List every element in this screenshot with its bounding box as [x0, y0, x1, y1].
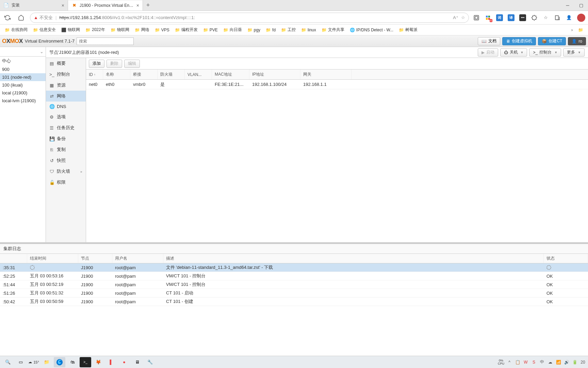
- grid-row[interactable]: net0 eth0 vmbr0 是 FE:3E:1E:21... 192.168…: [86, 80, 588, 89]
- bookmark-item[interactable]: 📁VPS: [153, 27, 172, 33]
- tree-storage-locallvm[interactable]: local-lvm (J1900): [0, 97, 46, 105]
- log-row[interactable]: :52:25五月 03 00:53:16J1900root@pamVM/CT 1…: [0, 272, 588, 280]
- console-button[interactable]: >_控制台▼: [529, 48, 561, 57]
- log-row[interactable]: :51:26五月 03 00:51:32J1900root@pamCT 101 …: [0, 289, 588, 297]
- col-mac[interactable]: MAC地址: [212, 70, 249, 79]
- remove-button[interactable]: 删除: [107, 60, 122, 68]
- weather-widget[interactable]: ☁15°: [28, 357, 39, 367]
- more-button[interactable]: 更多▼: [563, 48, 585, 57]
- bookmark-item[interactable]: 📁向日葵: [221, 26, 244, 34]
- menu-tasks[interactable]: ☰任务历史: [46, 122, 86, 133]
- tree-ct-101[interactable]: 101 (node-red): [0, 73, 46, 81]
- log-row[interactable]: :51:44五月 03 00:52:19J1900root@pamVM/CT 1…: [0, 280, 588, 289]
- bookmark-item[interactable]: 📁PVE: [201, 27, 220, 33]
- tray-icon[interactable]: 📋: [514, 359, 521, 365]
- col-gateway[interactable]: 网关: [300, 70, 352, 79]
- wifi-icon[interactable]: 📶: [555, 359, 561, 365]
- start-button[interactable]: ▶启动: [478, 48, 498, 57]
- extensions-icon[interactable]: [531, 14, 538, 21]
- favorite-icon[interactable]: ☆: [461, 15, 465, 20]
- record-icon[interactable]: ●: [118, 357, 130, 367]
- menu-firewall[interactable]: 🛡防火墙▸: [46, 166, 86, 177]
- col-vlan[interactable]: VLAN...: [185, 70, 212, 79]
- app-icon[interactable]: 🔧: [144, 357, 156, 367]
- bookmark-item[interactable]: 📁pgy: [245, 27, 262, 33]
- edge-icon[interactable]: [54, 357, 65, 367]
- task-view-icon[interactable]: ▭: [15, 357, 27, 367]
- create-ct-button[interactable]: 📦创建CT: [538, 37, 566, 45]
- close-icon[interactable]: ×: [136, 3, 139, 8]
- menu-dns[interactable]: 🌐DNS: [46, 102, 86, 111]
- col-bridge[interactable]: 桥接: [130, 70, 158, 79]
- menu-resources[interactable]: ▦资源: [46, 80, 86, 91]
- tray-icon[interactable]: 中: [539, 359, 545, 365]
- new-tab-button[interactable]: +: [143, 2, 153, 9]
- chevron-up-icon[interactable]: ^: [506, 359, 512, 365]
- bookmark-item[interactable]: 📁编程开发: [173, 26, 200, 34]
- bookmark-item[interactable]: 📁2022年: [83, 26, 107, 34]
- store-icon[interactable]: 🛍: [67, 357, 78, 367]
- reader-icon[interactable]: A⁺: [453, 15, 458, 20]
- search-input[interactable]: [77, 37, 134, 45]
- create-vm-button[interactable]: 🖥创建虚拟机: [502, 37, 536, 45]
- menu-summary[interactable]: ▤概要: [46, 58, 86, 69]
- collections-icon[interactable]: [554, 14, 561, 21]
- menu-backup[interactable]: 💾备份: [46, 133, 86, 144]
- minimize-button[interactable]: ─: [561, 0, 574, 11]
- app-icon[interactable]: ▌: [105, 357, 117, 367]
- bookmark-item[interactable]: 📁物联网: [109, 26, 131, 34]
- user-button[interactable]: 👤ro: [568, 37, 586, 45]
- edit-button[interactable]: 编辑: [124, 60, 140, 68]
- maximize-button[interactable]: ▢: [574, 0, 588, 11]
- col-name[interactable]: 名称: [103, 70, 130, 79]
- bookmark-other[interactable]: 📁: [576, 27, 585, 33]
- menu-snapshot[interactable]: ↺快照: [46, 155, 86, 166]
- ext-icon[interactable]: [473, 14, 480, 21]
- terminal-icon[interactable]: >_: [80, 357, 91, 367]
- menu-network[interactable]: ⇄网络: [46, 91, 86, 102]
- clock[interactable]: 20: [580, 359, 586, 365]
- bookmark-item[interactable]: 🌐IP/DNS Detect - W...: [348, 27, 395, 33]
- col-user[interactable]: 用户名: [112, 254, 163, 263]
- menu-options[interactable]: ⚙选项: [46, 111, 86, 122]
- tree-node[interactable]: 900: [0, 65, 46, 73]
- bookmark-item[interactable]: 📁fd: [264, 27, 278, 33]
- refresh-button[interactable]: [3, 13, 12, 22]
- shutdown-button[interactable]: ⏻关机▼: [500, 48, 527, 57]
- tree-storage-local[interactable]: local (J1900): [0, 89, 46, 97]
- col-desc[interactable]: 描述: [163, 254, 544, 263]
- vm-icon[interactable]: 🖥: [131, 357, 143, 367]
- log-row[interactable]: :50:42五月 03 00:50:59J1900root@pamCT 101 …: [0, 297, 588, 306]
- home-button[interactable]: [16, 13, 26, 22]
- firefox-icon[interactable]: 🦊: [93, 357, 104, 367]
- ext-icon[interactable]: •••: [519, 14, 526, 21]
- log-row[interactable]: :35:31J1900root@pam文件 'debian-11-standar…: [0, 263, 588, 272]
- avatar-icon[interactable]: [577, 14, 585, 22]
- search-icon[interactable]: 🔍: [2, 357, 14, 367]
- explorer-icon[interactable]: 📁: [41, 357, 52, 367]
- ext-icon[interactable]: 译: [508, 14, 514, 21]
- col-firewall[interactable]: 防火墙: [158, 70, 185, 79]
- close-icon[interactable]: ×: [62, 3, 64, 8]
- col-start[interactable]: [0, 254, 27, 263]
- tray-icon[interactable]: ☁: [547, 359, 553, 365]
- menu-permissions[interactable]: 🔓权限: [46, 177, 86, 188]
- add-button[interactable]: 添加: [89, 60, 104, 68]
- profile-icon[interactable]: 👤: [566, 14, 572, 21]
- browser-tab[interactable]: ✖ J1900 - Proxmox Virtual Environ ×: [68, 0, 143, 11]
- tree-datacenter[interactable]: 中心: [0, 57, 46, 65]
- cpu-meter[interactable]: 0%CPU: [498, 359, 504, 365]
- bookmark-item[interactable]: ⬛物联网: [59, 26, 82, 34]
- menu-console[interactable]: >_控制台: [46, 69, 86, 80]
- bookmark-item[interactable]: 📁树莓派: [397, 26, 420, 34]
- ext-icon[interactable]: 4: [485, 14, 491, 21]
- tree-header[interactable]: ⌄: [0, 47, 46, 57]
- col-end[interactable]: 结束时间: [27, 254, 78, 263]
- tray-icon[interactable]: S: [531, 359, 537, 365]
- bookmark-item[interactable]: 📁网络: [133, 26, 151, 34]
- tray-icon[interactable]: W: [523, 359, 529, 365]
- col-id[interactable]: ID↑: [86, 70, 103, 79]
- ext-icon[interactable]: 词: [496, 14, 503, 21]
- bookmark-item[interactable]: 📁信息安全: [31, 26, 58, 34]
- battery-icon[interactable]: 🔋: [572, 359, 578, 365]
